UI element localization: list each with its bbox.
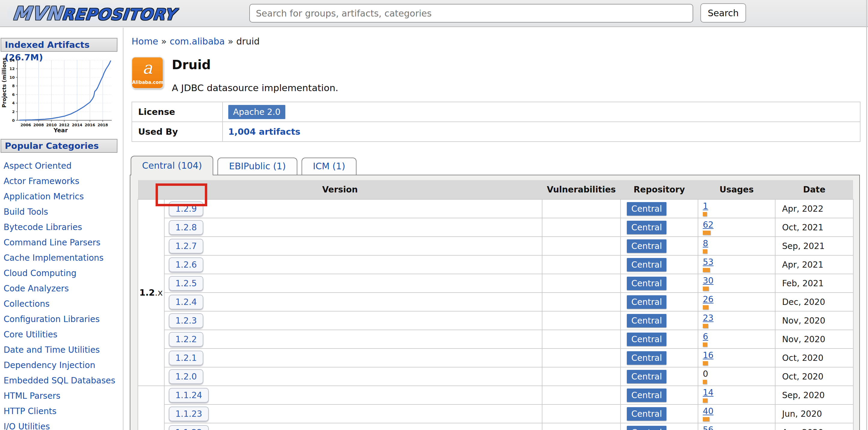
used-by-label: Used By	[132, 122, 222, 142]
version-badge[interactable]: 1.1.24	[169, 388, 209, 403]
usages-count-link[interactable]: 62	[703, 220, 714, 230]
sidebar-category-link[interactable]: Actor Frameworks	[4, 173, 123, 189]
breadcrumb: Home»com.alibaba»druid	[131, 36, 868, 47]
sidebar-category-link[interactable]: Build Tools	[4, 204, 123, 220]
version-badge[interactable]: 1.2.0	[169, 369, 203, 384]
sidebar-category-link[interactable]: HTTP Clients	[4, 404, 123, 419]
sidebar-category-link[interactable]: I/O Utilities	[4, 419, 123, 430]
repository-tab[interactable]: Central (104)	[131, 156, 213, 175]
version-badge[interactable]: 1.2.8	[169, 220, 203, 235]
sidebar-category-link[interactable]: HTML Parsers	[4, 388, 123, 404]
usage-bar	[703, 380, 707, 384]
usage-bar	[703, 268, 710, 272]
usage-bar	[703, 398, 708, 403]
usages-count-link[interactable]: 14	[703, 388, 714, 398]
used-by-link[interactable]: 1,004 artifacts	[228, 126, 300, 137]
usage-bar	[703, 305, 709, 309]
usages-count-link[interactable]: 30	[703, 276, 714, 286]
logo-mvn-text: MVN	[11, 2, 63, 24]
repository-badge[interactable]: Central	[627, 258, 666, 271]
usage-bar	[703, 343, 707, 347]
repository-badge[interactable]: Central	[627, 407, 666, 421]
repository-badge[interactable]: Central	[627, 389, 666, 402]
sidebar-category-link[interactable]: Cache Implementations	[4, 250, 123, 265]
svg-text:2008: 2008	[33, 123, 44, 127]
release-date: Oct, 2020	[775, 348, 853, 367]
license-row: License Apache 2.0	[132, 102, 860, 122]
repository-tab[interactable]: EBIPublic (1)	[217, 157, 297, 175]
svg-text:0: 0	[12, 118, 15, 123]
vulnerabilities-cell	[542, 199, 621, 218]
vulnerabilities-cell	[542, 218, 621, 237]
repository-badge[interactable]: Central	[627, 277, 666, 290]
usages-count-link[interactable]: 6	[703, 332, 708, 342]
vulnerabilities-cell	[542, 367, 621, 386]
usages-count-link[interactable]: 40	[703, 406, 714, 416]
version-badge[interactable]: 1.2.2	[169, 332, 203, 347]
version-badge[interactable]: 1.2.1	[169, 351, 203, 365]
search-button[interactable]: Search	[701, 3, 746, 23]
svg-text:2: 2	[12, 110, 15, 114]
svg-text:2016: 2016	[85, 123, 95, 127]
version-badge[interactable]: 1.2.6	[169, 257, 203, 272]
sidebar-category-link[interactable]: Command Line Parsers	[4, 235, 123, 250]
sidebar-category-link[interactable]: Cloud Computing	[4, 265, 123, 281]
repository-badge[interactable]: Central	[627, 239, 666, 253]
repository-tabs: Central (104)EBIPublic (1)ICM (1)	[130, 156, 868, 175]
release-date: Oct, 2021	[775, 218, 853, 237]
usage-bar	[703, 417, 709, 421]
usages-count-link[interactable]: 16	[703, 350, 714, 360]
usages-count-link[interactable]: 56	[703, 425, 714, 430]
repository-badge[interactable]: Central	[627, 351, 666, 365]
artifact-description: A JDBC datasource implementation.	[172, 82, 338, 93]
vulnerabilities-cell	[542, 330, 621, 348]
search-input[interactable]	[249, 4, 693, 23]
release-date: Apr, 2022	[775, 199, 853, 218]
repository-tab[interactable]: ICM (1)	[302, 157, 357, 175]
sidebar-category-link[interactable]: Aspect Oriented	[4, 158, 123, 173]
version-row: 1.2.0Central0Oct, 2020	[138, 367, 853, 386]
usages-count-link[interactable]: 1	[703, 201, 708, 211]
alibaba-logo: a Alibaba.com	[131, 57, 163, 89]
repository-badge[interactable]: Central	[627, 295, 666, 309]
usages-count-link[interactable]: 26	[703, 294, 714, 304]
repository-badge[interactable]: Central	[627, 314, 666, 327]
version-badge[interactable]: 1.2.3	[169, 313, 203, 328]
sidebar-category-link[interactable]: Bytecode Libraries	[4, 220, 123, 235]
breadcrumb-item[interactable]: com.alibaba	[170, 36, 225, 47]
mvnrepository-logo[interactable]: MVNREPOSITORY	[6, 2, 182, 24]
usages-count-link[interactable]: 23	[703, 313, 714, 323]
breadcrumb-item[interactable]: Home	[131, 36, 158, 47]
repository-badge[interactable]: Central	[627, 426, 666, 430]
indexed-artifacts-header: Indexed Artifacts (26.7M)	[1, 38, 118, 52]
sidebar-category-link[interactable]: Configuration Libraries	[4, 312, 123, 327]
sidebar-category-link[interactable]: Collections	[4, 296, 123, 312]
sidebar-category-link[interactable]: Core Utilities	[4, 327, 123, 342]
version-row: 1.1.23Central40Jun, 2020	[138, 404, 853, 423]
repository-badge[interactable]: Central	[627, 221, 666, 234]
version-badge[interactable]: 1.1.23	[169, 406, 209, 421]
sidebar-category-link[interactable]: Application Metrics	[4, 189, 123, 204]
usages-count-link[interactable]: 8	[703, 238, 708, 248]
sidebar-category-link[interactable]: Date and Time Utilities	[4, 342, 123, 357]
sidebar-category-link[interactable]: Embedded SQL Databases	[4, 373, 123, 388]
version-badge[interactable]: 1.2.4	[169, 295, 203, 309]
used-by-row: Used By 1,004 artifacts	[132, 122, 860, 142]
column-header: Date	[775, 180, 853, 199]
svg-text:8: 8	[12, 84, 15, 88]
svg-text:10: 10	[10, 75, 15, 80]
repository-badge[interactable]: Central	[627, 202, 666, 216]
license-badge[interactable]: Apache 2.0	[228, 105, 285, 119]
version-badge[interactable]: 1.1.22	[169, 425, 209, 430]
repository-badge[interactable]: Central	[627, 333, 666, 346]
artifact-header: a Alibaba.com Druid A JDBC datasource im…	[131, 57, 868, 93]
sidebar-category-link[interactable]: Dependency Injection	[4, 357, 123, 373]
version-row: 1.2.6Central53Apr, 2021	[138, 255, 853, 274]
version-badge[interactable]: 1.2.7	[169, 239, 203, 254]
vulnerabilities-cell	[542, 404, 621, 423]
repository-badge[interactable]: Central	[627, 370, 666, 383]
column-header: Vulnerabilities	[542, 180, 621, 199]
sidebar-category-link[interactable]: Code Analyzers	[4, 281, 123, 296]
usages-count-link[interactable]: 53	[703, 257, 714, 267]
version-badge[interactable]: 1.2.5	[169, 276, 203, 291]
